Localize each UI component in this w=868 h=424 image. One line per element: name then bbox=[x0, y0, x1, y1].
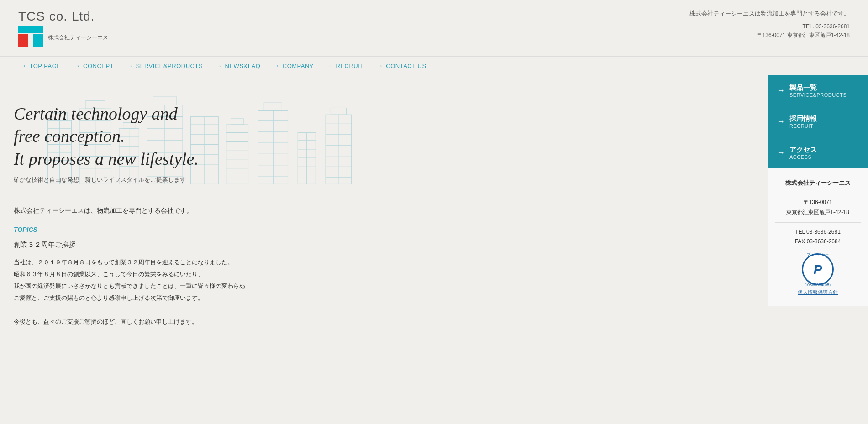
nav-label-company: COMPANY bbox=[283, 63, 314, 69]
privacy-badge: プライバシー P 10860334(08) 個人情報保護方針 bbox=[775, 253, 861, 297]
news-line2: 昭和６３年８月８日の創業以来、こうして今日の繁栄をみるにいたり、 bbox=[14, 268, 649, 280]
sidebar-btn-content-recruit: 採用情報 RECRUIT bbox=[789, 115, 817, 129]
nav-label-concept: CONCEPT bbox=[83, 63, 114, 69]
hero-text-block: Certain technology and free conception. … bbox=[0, 75, 667, 198]
nav-arrow-concept: → bbox=[74, 62, 81, 69]
sidebar-postal: 〒136-0071 bbox=[775, 198, 861, 208]
logo-area: TCS co. Ltd. 株式会社ティーシーエス bbox=[18, 9, 108, 47]
sidebar-fax: FAX 03-3636-2684 bbox=[775, 237, 861, 247]
nav-label-service: SERVICE&PRODUCTS bbox=[136, 63, 203, 69]
main-layout: Certain technology and free conception. … bbox=[0, 75, 868, 346]
arrow-icon-access: → bbox=[777, 148, 785, 157]
sidebar-recruit-jp: 採用情報 bbox=[789, 115, 817, 123]
sidebar-divider1 bbox=[775, 193, 861, 193]
logo-icon-top-bar bbox=[18, 26, 43, 33]
sidebar-products-en: SERVICE&PRODUCTS bbox=[789, 92, 847, 98]
main-nav: → TOP PAGE → CONCEPT → SERVICE&PRODUCTS … bbox=[0, 56, 868, 75]
arrow-icon-products: → bbox=[777, 86, 785, 95]
privacy-number: 10860334(08) bbox=[805, 281, 831, 288]
sidebar-tel: TEL 03-3636-2681 bbox=[775, 227, 861, 237]
news-line3: 我が国の経済発展にいささかなりとも貢献できましたことは、一重に皆々様の変わらぬ bbox=[14, 280, 649, 292]
privacy-seal: プライバシー P 10860334(08) bbox=[802, 253, 834, 285]
hero-section: Certain technology and free conception. … bbox=[0, 75, 667, 198]
nav-item-recruit[interactable]: → RECRUIT bbox=[320, 62, 370, 69]
hero-line1: Certain technology and bbox=[14, 104, 178, 123]
logo-icon bbox=[18, 26, 43, 47]
nav-item-news[interactable]: → NEWS&FAQ bbox=[209, 62, 267, 69]
sidebar-access-jp: アクセス bbox=[789, 146, 817, 154]
sidebar-btn-content-products: 製品一覧 SERVICE&PRODUCTS bbox=[789, 84, 847, 98]
sidebar-btn-content-access: アクセス ACCESS bbox=[789, 146, 817, 160]
hero-headline: Certain technology and free conception. … bbox=[14, 103, 649, 170]
nav-arrow-news: → bbox=[216, 62, 222, 69]
news-title: 創業３２周年ご挨拶 bbox=[14, 241, 649, 249]
topics-label: TOPICS bbox=[14, 226, 649, 233]
nav-arrow-toppage: → bbox=[20, 62, 27, 69]
header-address: 〒136-0071 東京都江東区亀戸1-42-18 bbox=[689, 31, 850, 40]
right-sidebar: → 製品一覧 SERVICE&PRODUCTS → 採用情報 RECRUIT →… bbox=[768, 75, 868, 346]
news-line1: 当社は、２０１９年８月８日をもって創業３２周年目を迎えることになりました。 bbox=[14, 256, 649, 268]
hero-line3: It proposes a new lifestyle. bbox=[14, 149, 199, 168]
arrow-icon-recruit: → bbox=[777, 117, 785, 126]
nav-label-recruit: RECRUIT bbox=[336, 63, 364, 69]
nav-item-contact[interactable]: → CONTACT US bbox=[370, 62, 433, 69]
privacy-policy-link[interactable]: 個人情報保護方針 bbox=[798, 288, 838, 297]
sidebar-products-jp: 製品一覧 bbox=[789, 84, 847, 92]
sidebar-recruit-en: RECRUIT bbox=[789, 123, 817, 129]
nav-label-news: NEWS&FAQ bbox=[225, 63, 261, 69]
nav-arrow-contact: → bbox=[377, 62, 384, 69]
privacy-seal-top-text: プライバシー bbox=[807, 251, 829, 258]
nav-arrow-service: → bbox=[126, 62, 133, 69]
nav-item-service[interactable]: → SERVICE&PRODUCTS bbox=[120, 62, 209, 69]
sidebar-company-name: 株式会社ティーシーエス bbox=[775, 178, 861, 188]
news-line4: ご愛顧と、ご支援の賜ものと心より感謝申し上げる次第で御座います。 bbox=[14, 292, 649, 304]
sidebar-access-btn[interactable]: → アクセス ACCESS bbox=[768, 137, 868, 168]
logo-icon-right-bar bbox=[33, 34, 43, 47]
nav-label-contact: CONTACT US bbox=[386, 63, 426, 69]
sidebar-products-btn[interactable]: → 製品一覧 SERVICE&PRODUCTS bbox=[768, 75, 868, 106]
company-info: 株式会社ティーシーエスは物流加工を専門とする会社です。 TEL. 03-3636… bbox=[689, 9, 850, 40]
hero-line2: free conception. bbox=[14, 126, 125, 146]
sidebar-city: 東京都江東区亀戸1-42-18 bbox=[775, 208, 861, 218]
nav-arrow-company: → bbox=[273, 62, 280, 69]
sidebar-recruit-btn[interactable]: → 採用情報 RECRUIT bbox=[768, 106, 868, 137]
header: TCS co. Ltd. 株式会社ティーシーエス 株式会社ティーシーエスは物流加… bbox=[0, 0, 868, 56]
company-intro: 株式会社ティーシーエスは、物流加工を専門とする会社です。 bbox=[14, 207, 649, 215]
news-body: 当社は、２０１９年８月８日をもって創業３２周年目を迎えることになりました。 昭和… bbox=[14, 256, 649, 328]
privacy-p-letter: P bbox=[814, 258, 822, 281]
nav-item-company[interactable]: → COMPANY bbox=[267, 62, 320, 69]
nav-item-toppage[interactable]: → TOP PAGE bbox=[14, 62, 68, 69]
left-content: Certain technology and free conception. … bbox=[0, 75, 768, 346]
nav-list: → TOP PAGE → CONCEPT → SERVICE&PRODUCTS … bbox=[14, 62, 854, 69]
logo-text: TCS co. Ltd. bbox=[18, 9, 108, 24]
sidebar-divider2 bbox=[775, 222, 861, 223]
news-line5: 今後とも、益々のご支援ご鞭撻のほど、宜しくお願い申し上げます。 bbox=[14, 316, 649, 328]
hero-subtext: 確かな技術と自由な発想 新しいライフスタイルをご提案します bbox=[14, 176, 649, 184]
nav-arrow-recruit: → bbox=[326, 62, 333, 69]
nav-label-toppage: TOP PAGE bbox=[30, 63, 61, 69]
header-tagline: 株式会社ティーシーエスは物流加工を専門とする会社です。 bbox=[689, 9, 850, 19]
sidebar-company-info: 株式会社ティーシーエス 〒136-0071 東京都江東区亀戸1-42-18 TE… bbox=[768, 168, 868, 306]
logo-subtitle: 株式会社ティーシーエス bbox=[48, 34, 108, 42]
content-area: 株式会社ティーシーエスは、物流加工を専門とする会社です。 TOPICS 創業３２… bbox=[0, 198, 667, 346]
logo-icon-left-bar bbox=[18, 34, 28, 47]
sidebar-access-en: ACCESS bbox=[789, 154, 817, 160]
header-tel: TEL. 03-3636-2681 bbox=[689, 22, 850, 31]
nav-item-concept[interactable]: → CONCEPT bbox=[68, 62, 121, 69]
